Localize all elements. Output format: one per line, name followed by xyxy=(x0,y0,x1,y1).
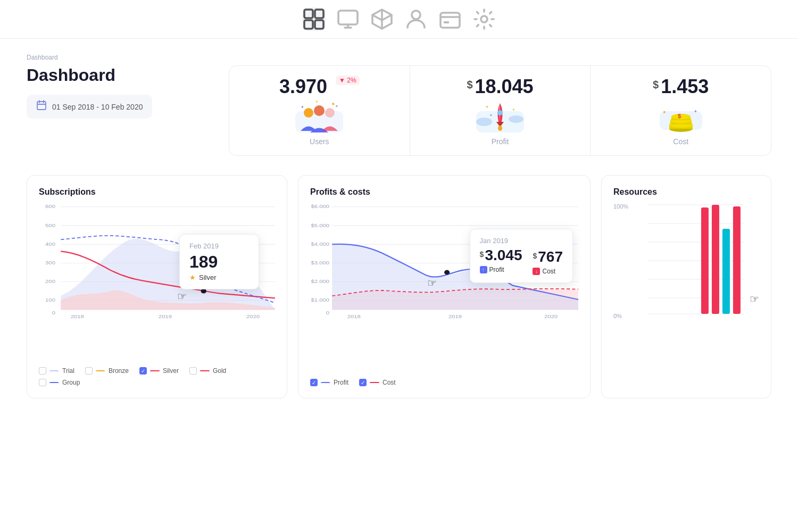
svg-point-53 xyxy=(201,289,206,294)
svg-text:600: 600 xyxy=(45,203,55,209)
svg-rect-1 xyxy=(315,10,323,18)
svg-rect-81 xyxy=(733,206,741,314)
nav-settings[interactable] xyxy=(472,7,496,31)
tooltip-meta: ★ Silver xyxy=(189,273,249,281)
nav-dashboard[interactable] xyxy=(302,7,326,31)
svg-rect-78 xyxy=(701,207,709,314)
subscriptions-legend: Trial Bronze ✓ Silver Gold xyxy=(39,367,275,386)
nav-box[interactable] xyxy=(370,7,394,31)
breadcrumb: Dashboard xyxy=(27,54,771,61)
stat-label-profit: Profit xyxy=(492,137,509,146)
trial-line xyxy=(49,370,59,371)
profit-tooltip-left: Jan 2019 $ 3.045 ↑ Profit xyxy=(480,237,522,275)
header-row: Dashboard 01 Sep 2018 - 10 Feb 2020 3.97… xyxy=(27,65,771,156)
stat-label-cost: Cost xyxy=(673,137,688,146)
svg-point-21 xyxy=(497,110,503,115)
stat-value-profit: $ 18.045 xyxy=(467,76,533,98)
subscriptions-tooltip: Feb 2019 189 ★ Silver xyxy=(179,234,259,289)
group-line xyxy=(49,382,59,383)
svg-text:2019: 2019 xyxy=(159,313,172,319)
stat-value-cost: $ 1.453 xyxy=(653,76,709,98)
svg-text:0: 0 xyxy=(52,310,55,315)
cursor-hand-profits: ☞ xyxy=(427,277,437,289)
silver-line xyxy=(150,370,160,371)
date-range-text: 01 Sep 2018 - 10 Feb 2020 xyxy=(52,103,143,111)
svg-text:✦: ✦ xyxy=(662,110,667,115)
svg-text:$4.000: $4.000 xyxy=(311,241,329,247)
trial-label: Trial xyxy=(62,367,74,375)
profit-tag-label: Profit xyxy=(489,266,504,273)
subscriptions-chart-area: 600 500 400 300 200 100 0 2018 2019 2020 xyxy=(39,202,275,361)
cost-legend-label: Cost xyxy=(383,379,396,386)
legend-trial: Trial xyxy=(39,367,74,375)
svg-text:✦: ✦ xyxy=(331,101,335,107)
group-checkbox[interactable] xyxy=(39,379,46,386)
svg-rect-79 xyxy=(712,205,719,314)
silver-checkbox[interactable]: ✓ xyxy=(139,367,147,375)
stats-row: 3.970 ▼ 2% ✦ ✦ xyxy=(229,65,771,156)
profits-chart-area: $6.000 $5.000 $4.000 $3.000 $2.000 $1.00… xyxy=(310,202,578,372)
svg-point-70 xyxy=(444,270,450,275)
svg-text:400: 400 xyxy=(45,241,55,247)
star-icon: ★ xyxy=(189,273,196,281)
date-range-badge[interactable]: 01 Sep 2018 - 10 Feb 2020 xyxy=(27,95,152,119)
svg-text:2020: 2020 xyxy=(246,313,260,319)
nav-payment[interactable] xyxy=(438,7,462,31)
stat-label-users: Users xyxy=(310,137,329,146)
svg-text:2019: 2019 xyxy=(448,313,462,319)
resources-title: Resources xyxy=(613,187,759,197)
svg-rect-80 xyxy=(722,229,730,314)
main-content: Dashboard Dashboard 01 Sep 2018 - 10 Feb… xyxy=(0,39,798,409)
svg-text:$6.000: $6.000 xyxy=(311,203,329,209)
svg-point-20 xyxy=(509,115,523,123)
profits-tooltip: Jan 2019 $ 3.045 ↑ Profit xyxy=(470,229,573,283)
svg-text:✦: ✦ xyxy=(315,99,319,104)
stat-trend-users: ▼ 2% xyxy=(336,76,360,85)
stat-card-users: 3.970 ▼ 2% ✦ ✦ xyxy=(229,66,410,155)
svg-text:2018: 2018 xyxy=(347,313,361,319)
legend-cost: ✓ Cost xyxy=(359,379,396,386)
tooltip-value: 189 xyxy=(189,253,249,270)
profits-legend: ✓ Profit ✓ Cost xyxy=(310,379,578,386)
cost-legend-line xyxy=(370,382,379,383)
svg-text:✦: ✦ xyxy=(301,105,304,110)
svg-text:0: 0 xyxy=(326,310,329,315)
nav-person[interactable] xyxy=(404,7,428,31)
svg-text:✦: ✦ xyxy=(335,104,338,108)
svg-text:100: 100 xyxy=(45,297,55,303)
gold-checkbox[interactable] xyxy=(189,367,197,375)
svg-text:300: 300 xyxy=(45,260,55,265)
svg-text:✦: ✦ xyxy=(489,113,493,117)
svg-text:✦: ✦ xyxy=(694,109,697,114)
profit-illustration: ✦ ✦ ✦ xyxy=(473,98,527,135)
bronze-label: Bronze xyxy=(109,367,129,375)
legend-profit: ✓ Profit xyxy=(310,379,348,386)
svg-text:$5.000: $5.000 xyxy=(311,222,329,228)
svg-rect-9 xyxy=(37,102,46,110)
profits-title: Profits & costs xyxy=(310,187,578,197)
svg-point-5 xyxy=(412,11,420,19)
svg-text:200: 200 xyxy=(45,278,55,284)
profit-legend-label: Profit xyxy=(334,379,348,386)
profit-checkbox[interactable]: ✓ xyxy=(310,379,318,386)
stat-card-cost: $ 1.453 xyxy=(591,66,771,155)
trial-checkbox[interactable] xyxy=(39,367,46,375)
svg-rect-3 xyxy=(315,20,323,29)
cost-tag: ↓ Cost xyxy=(533,268,563,275)
svg-text:$2.000: $2.000 xyxy=(311,278,329,284)
svg-text:$1.000: $1.000 xyxy=(311,297,329,303)
gold-line xyxy=(200,370,210,371)
cost-illustration: $ ✦ ✦ xyxy=(654,98,708,135)
profit-tooltip-right: $ 767 ↓ Cost xyxy=(533,237,563,275)
svg-text:2018: 2018 xyxy=(71,313,84,319)
svg-point-13 xyxy=(304,108,313,118)
svg-text:$3.000: $3.000 xyxy=(311,260,329,265)
cost-checkbox[interactable]: ✓ xyxy=(359,379,367,386)
legend-silver: ✓ Silver xyxy=(139,367,179,375)
legend-gold: Gold xyxy=(189,367,226,375)
calendar-icon xyxy=(36,100,47,113)
nav-display[interactable] xyxy=(336,7,360,31)
stat-card-profit: $ 18.045 xyxy=(410,66,591,155)
svg-rect-2 xyxy=(304,20,313,29)
bronze-checkbox[interactable] xyxy=(85,367,93,375)
